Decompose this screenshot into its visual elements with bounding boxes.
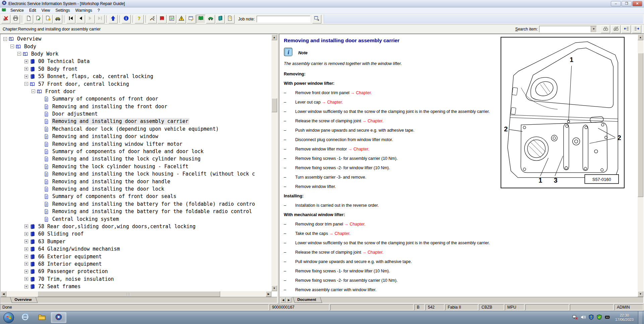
tree-expander[interactable]: + [24,247,28,251]
page-new-button[interactable] [44,15,53,23]
tree-expander[interactable]: − [3,37,7,41]
new-document-button[interactable] [24,15,33,23]
tree-expander[interactable]: + [24,277,28,281]
tree-item[interactable]: Removing and installing the lock cylinde… [1,155,271,163]
tree-expander[interactable]: + [24,270,28,273]
tree-item-label[interactable]: 64 Glazing/window mechanism [37,246,121,252]
input-indicator-icon[interactable] [604,314,610,321]
tools-button[interactable] [148,15,157,23]
chapter-link[interactable]: → Chapter. [344,222,366,226]
scroll-left-button[interactable]: ◀ [1,291,6,297]
taskbar-app-internet-explorer[interactable] [17,312,33,323]
menu-warnings[interactable]: Warnings [73,8,95,13]
chapter-link[interactable]: → Chapter. [329,231,350,236]
chapter-link[interactable]: → Chapter. [350,90,372,95]
tree-item-label[interactable]: Removing and installing door assembly ca… [51,118,189,125]
tab-document[interactable]: Document [293,297,322,303]
document-vertical-scrollbar[interactable]: ▲ ▼ [638,35,643,297]
network-error-icon[interactable] [572,314,578,321]
tree-item-label[interactable]: Removing and installing the battery for … [51,201,256,207]
teal-book-button[interactable] [216,15,225,23]
tree-item-label[interactable]: 55 Bonnet, flaps, cab, central locking [37,73,154,80]
tree-expander[interactable]: + [24,75,28,78]
tree-item[interactable]: +72 Seat frames [1,283,271,290]
tree-item[interactable]: +50 Body front [1,65,271,73]
tree-expander[interactable]: + [24,60,28,63]
tree-item[interactable]: Removing and installing the battery for … [1,200,271,208]
tree-item-label[interactable]: 00 Technical Data [37,58,91,65]
warning-button[interactable] [177,15,186,23]
tree-item-label[interactable]: Body [23,43,37,50]
menu-settings[interactable]: Settings [53,8,73,13]
tree-item-label[interactable]: Removing and installing door window [51,133,159,140]
tree-item[interactable]: +55 Bonnet, flaps, cab, central locking [1,73,271,80]
list-arrow-right-button[interactable] [632,25,641,33]
tree-item-label[interactable]: Mechanical door lock (depending upon veh… [51,126,220,132]
tree-item[interactable]: Summary of components of front door seal… [1,193,271,200]
tree-item-label[interactable]: Summary of components of front door seal… [51,193,177,200]
tree-item[interactable]: Removing and installing the door handle [1,178,271,185]
menu-service[interactable]: Service [8,8,26,13]
tree-item[interactable]: +63 Bumper [1,238,271,245]
tree-item[interactable]: +64 Glazing/window mechanism [1,245,271,253]
child-window-icon[interactable] [1,8,6,13]
tree-expander[interactable]: + [24,232,28,236]
tree-item-label[interactable]: Door adjustment [51,111,99,117]
tab-scroll-right-button[interactable]: ▶ [286,298,292,303]
tree-item-label[interactable]: Removing and installing the door lock [51,186,165,192]
list-button[interactable] [167,15,176,23]
tree-expander[interactable]: − [31,89,35,93]
search-input[interactable] [539,26,591,32]
tab-scroll-left-button[interactable]: ◀ [280,298,286,303]
chapter-link[interactable]: → Chapter. [322,100,343,105]
tree-item-label[interactable]: Removing and installing the door handle [51,178,171,185]
maximize-button[interactable]: ❐ [622,1,632,6]
scroll-thumb[interactable] [271,98,277,112]
tree-expander[interactable]: + [24,240,28,243]
tree-item[interactable]: +68 Interior equipment [1,260,271,268]
note-question-button[interactable]: ? [226,15,235,23]
nav-prev-button[interactable] [76,15,85,23]
menu-view[interactable]: View [39,8,53,13]
tree-item-label[interactable]: Front door [44,88,76,95]
tree-item[interactable]: Removing and installing door window [1,133,271,140]
tree-item[interactable]: Door adjustment [1,110,271,118]
info-button[interactable] [122,15,131,23]
tree-item[interactable]: −57 Front door, central locking [1,80,271,87]
tree-item-label[interactable]: Summary of components of door handle and… [51,148,205,155]
tree-expander[interactable]: + [24,255,28,258]
red-book-button[interactable] [157,15,167,23]
chapter-link[interactable]: → Chapter. [348,147,369,151]
tree-item-label[interactable]: 63 Bumper [37,238,66,245]
tree-item-label[interactable]: Body Work [30,51,59,57]
tree-item[interactable]: Summary of components of front door [1,95,271,103]
chapter-link[interactable]: → Chapter. [362,250,383,255]
tree-item[interactable]: +69 Passenger protection [1,268,271,275]
tree-item[interactable]: +60 Sliding roof [1,230,271,238]
vehicle-button[interactable] [53,15,62,23]
tree-item[interactable]: Removing and installing the lock housing… [1,170,271,178]
tab-overview[interactable]: Overview [10,297,38,303]
print-button[interactable] [11,15,20,23]
security-shield-icon[interactable] [596,314,602,321]
tree-horizontal-scrollbar[interactable]: ◀ ▶ [1,291,271,297]
tree-item-label[interactable]: 60 Sliding roof [37,231,84,237]
tree-item-label[interactable]: 57 Front door, central locking [37,81,130,87]
taskbar-app-esis-app[interactable] [51,312,66,323]
tree-item-label[interactable]: 68 Interior equipment [37,261,103,267]
tree-item[interactable]: Removing and installing the battery for … [1,208,271,215]
tree-expander[interactable]: + [24,67,28,71]
taskbar-clock[interactable]: 22:30 17/06/2023 [615,313,634,322]
tree-item-label[interactable]: 58 Rear door,sliding door,wing doors,cen… [37,223,197,230]
tree-item-label[interactable]: 72 Seat frames [37,283,81,290]
window-edit-button[interactable] [187,15,196,23]
page-edit-button[interactable] [34,15,43,23]
tree-expander[interactable]: + [24,224,28,228]
menu-[interactable]: ? [95,8,103,13]
show-desktop-button[interactable] [638,311,642,324]
tree-item[interactable]: Removing and installing the front door [1,103,271,110]
tree-item-label[interactable]: Removing and installing the lock housing… [51,171,256,177]
tree-item-label[interactable]: 50 Body front [37,66,78,72]
chapter-link[interactable]: → Chapter. [362,119,383,123]
close-button[interactable]: ✕ [632,1,642,6]
